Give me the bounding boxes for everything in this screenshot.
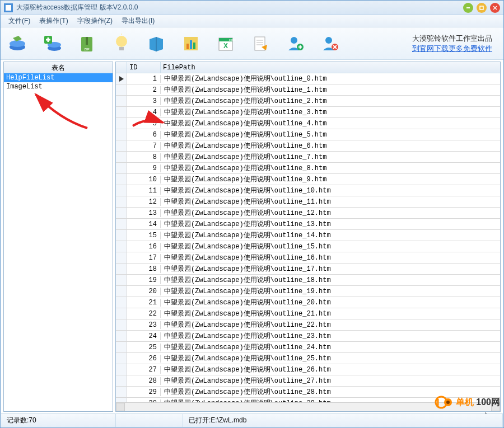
toolbar-document-icon[interactable] xyxy=(249,32,272,55)
table-row[interactable]: 21中望景园(ZwLandscape)使用说明\outline_20.htm xyxy=(116,297,500,308)
menu-file[interactable]: 文件(F) xyxy=(4,15,35,27)
grid-header-filepath[interactable]: FilePath xyxy=(161,62,500,73)
row-selector[interactable] xyxy=(116,264,127,274)
row-selector[interactable] xyxy=(116,319,127,330)
table-row[interactable]: 11中望景园(ZwLandscape)使用说明\outline_10.htm xyxy=(116,185,500,196)
table-row[interactable]: 13中望景园(ZwLandscape)使用说明\outline_12.htm xyxy=(116,208,500,219)
toolbar-zip-icon[interactable]: ZIP xyxy=(76,32,98,55)
cell-filepath: 中望景园(ZwLandscape)使用说明\outline_15.htm xyxy=(161,242,500,251)
row-selector[interactable] xyxy=(116,118,127,129)
row-selector[interactable] xyxy=(116,208,127,218)
cell-filepath: 中望景园(ZwLandscape)使用说明\outline_11.htm xyxy=(161,197,500,206)
row-selector[interactable] xyxy=(116,84,127,95)
row-selector[interactable] xyxy=(116,152,127,162)
row-selector[interactable] xyxy=(116,140,127,151)
cell-filepath: 中望景园(ZwLandscape)使用说明\outline_12.htm xyxy=(161,208,500,218)
row-selector[interactable] xyxy=(116,364,127,375)
table-row[interactable]: 4中望景园(ZwLandscape)使用说明\outline_3.htm xyxy=(116,107,500,118)
grid-body[interactable]: 1中望景园(ZwLandscape)使用说明\outline_0.htm2中望景… xyxy=(116,73,500,402)
menu-table-ops[interactable]: 表操作(T) xyxy=(35,15,72,27)
row-selector[interactable] xyxy=(116,219,127,229)
row-selector[interactable] xyxy=(116,275,127,285)
cell-id: 21 xyxy=(127,299,161,307)
table-row[interactable]: 15中望景园(ZwLandscape)使用说明\outline_14.htm xyxy=(116,230,500,241)
row-selector[interactable] xyxy=(116,174,127,185)
table-row[interactable]: 1中望景园(ZwLandscape)使用说明\outline_0.htm xyxy=(116,73,500,84)
table-row[interactable]: 8中望景园(ZwLandscape)使用说明\outline_7.htm xyxy=(116,152,500,163)
scroll-left-button[interactable] xyxy=(116,403,125,411)
row-selector[interactable] xyxy=(116,73,127,84)
minimize-button[interactable] xyxy=(463,3,473,13)
table-row[interactable]: 27中望景园(ZwLandscape)使用说明\outline_26.htm xyxy=(116,364,500,375)
cell-filepath: 中望景园(ZwLandscape)使用说明\outline_4.htm xyxy=(161,119,500,128)
maximize-button[interactable] xyxy=(477,3,487,13)
menu-field-ops[interactable]: 字段操作(Z) xyxy=(73,15,117,27)
table-row[interactable]: 24中望景园(ZwLandscape)使用说明\outline_23.htm xyxy=(116,331,500,342)
grid-header-id[interactable]: ID xyxy=(127,62,161,73)
row-selector[interactable] xyxy=(116,331,127,341)
table-row[interactable]: 9中望景园(ZwLandscape)使用说明\outline_8.htm xyxy=(116,163,500,174)
row-selector[interactable] xyxy=(116,196,127,207)
table-row[interactable]: 3中望景园(ZwLandscape)使用说明\outline_2.htm xyxy=(116,96,500,107)
row-selector[interactable] xyxy=(116,230,127,241)
toolbar-user-add-icon[interactable] xyxy=(284,32,306,55)
window-title: 大漠驼铃access数据库管理 版本V2.0.0.0 xyxy=(16,3,460,12)
cell-id: 16 xyxy=(127,243,161,251)
titlebar[interactable]: 大漠驼铃access数据库管理 版本V2.0.0.0 xyxy=(1,1,503,15)
cell-id: 3 xyxy=(127,97,161,105)
watermark-icon xyxy=(435,393,454,412)
grid-header-selector[interactable] xyxy=(116,62,127,73)
table-row[interactable]: 28中望景园(ZwLandscape)使用说明\outline_27.htm xyxy=(116,375,500,387)
table-row[interactable]: 18中望景园(ZwLandscape)使用说明\outline_17.htm xyxy=(116,264,500,275)
table-row[interactable]: 26中望景园(ZwLandscape)使用说明\outline_25.htm xyxy=(116,353,500,364)
row-selector[interactable] xyxy=(116,241,127,252)
table-row[interactable]: 23中望景园(ZwLandscape)使用说明\outline_22.htm xyxy=(116,319,500,331)
table-row[interactable]: 6中望景园(ZwLandscape)使用说明\outline_5.htm xyxy=(116,129,500,140)
table-row[interactable]: 14中望景园(ZwLandscape)使用说明\outline_13.htm xyxy=(116,219,500,230)
table-row[interactable]: 5中望景园(ZwLandscape)使用说明\outline_4.htm xyxy=(116,118,500,129)
row-selector[interactable] xyxy=(116,129,127,140)
table-row[interactable]: 17中望景园(ZwLandscape)使用说明\outline_16.htm xyxy=(116,252,500,264)
row-selector[interactable] xyxy=(116,342,127,352)
row-selector[interactable] xyxy=(116,375,127,386)
table-row[interactable]: 7中望景园(ZwLandscape)使用说明\outline_6.htm xyxy=(116,140,500,152)
table-list-item[interactable]: ImageList xyxy=(4,82,113,91)
close-button[interactable] xyxy=(490,3,500,13)
toolbar-add-db-icon[interactable] xyxy=(41,32,63,55)
watermark-text1: 单机 xyxy=(456,397,474,408)
table-row[interactable]: 22中望景园(ZwLandscape)使用说明\outline_21.htm xyxy=(116,308,500,319)
toolbar-excel-icon[interactable]: excelX xyxy=(214,32,237,55)
table-list-item[interactable]: HelpFileList xyxy=(4,73,113,82)
row-selector[interactable] xyxy=(116,297,127,308)
row-selector[interactable] xyxy=(116,252,127,263)
cell-id: 26 xyxy=(127,355,161,363)
toolbar-chart-icon[interactable] xyxy=(180,32,202,55)
row-selector[interactable] xyxy=(116,163,127,173)
toolbar-bulb-icon[interactable] xyxy=(110,32,133,55)
row-selector[interactable] xyxy=(116,308,127,319)
toolbar-disk-icon[interactable] xyxy=(6,32,29,55)
table-row[interactable]: 2中望景园(ZwLandscape)使用说明\outline_1.htm xyxy=(116,84,500,96)
toolbar-book-icon[interactable] xyxy=(145,32,167,55)
cell-filepath: 中望景园(ZwLandscape)使用说明\outline_2.htm xyxy=(161,96,500,106)
table-row[interactable]: 16中望景园(ZwLandscape)使用说明\outline_15.htm xyxy=(116,241,500,252)
row-selector[interactable] xyxy=(116,286,127,297)
cell-filepath: 中望景园(ZwLandscape)使用说明\outline_25.htm xyxy=(161,354,500,363)
brand-link[interactable]: 到官网下载更多免费软件 xyxy=(412,44,492,54)
row-selector[interactable] xyxy=(116,387,127,397)
row-selector[interactable] xyxy=(116,398,127,402)
row-selector[interactable] xyxy=(116,185,127,196)
toolbar-user-delete-icon[interactable] xyxy=(319,32,341,55)
row-selector[interactable] xyxy=(116,96,127,106)
content-area: 表名 HelpFileListImageList ID FilePath 1中望… xyxy=(1,60,503,413)
menu-export[interactable]: 导出导出(I) xyxy=(117,15,159,27)
row-selector[interactable] xyxy=(116,353,127,364)
table-row[interactable]: 25中望景园(ZwLandscape)使用说明\outline_24.htm xyxy=(116,342,500,353)
cell-id: 2 xyxy=(127,86,161,94)
table-row[interactable]: 19中望景园(ZwLandscape)使用说明\outline_18.htm xyxy=(116,275,500,286)
table-row[interactable]: 20中望景园(ZwLandscape)使用说明\outline_19.htm xyxy=(116,286,500,297)
table-row[interactable]: 12中望景园(ZwLandscape)使用说明\outline_11.htm xyxy=(116,196,500,208)
row-selector[interactable] xyxy=(116,107,127,117)
table-row[interactable]: 10中望景园(ZwLandscape)使用说明\outline_9.htm xyxy=(116,174,500,185)
tables-list[interactable]: HelpFileListImageList xyxy=(4,73,113,411)
